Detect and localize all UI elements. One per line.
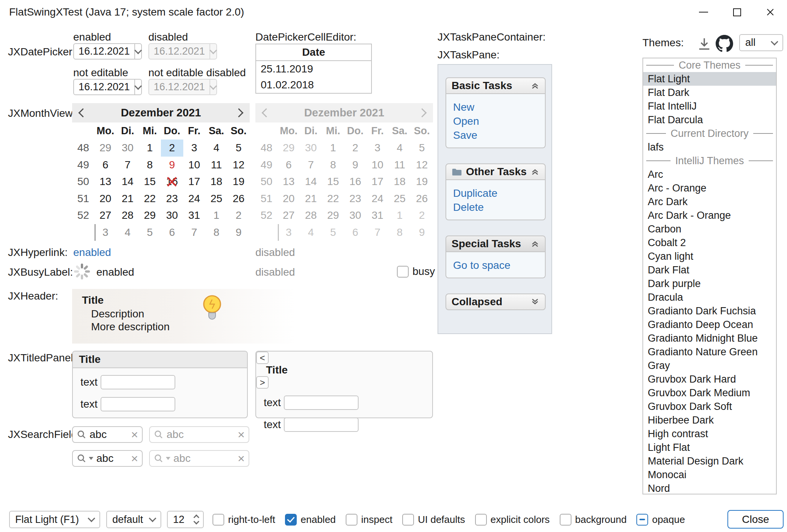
calendar-day[interactable]: 3 (94, 224, 117, 241)
titledpanel-text-input[interactable] (101, 375, 175, 389)
taskpane-link[interactable]: Save (453, 128, 538, 142)
calendar-day[interactable]: 18 (389, 173, 411, 190)
close-window-button[interactable] (754, 0, 787, 24)
calendar-day[interactable]: 4 (300, 224, 322, 241)
theme-item[interactable]: Gruvbox Dark Soft (643, 400, 776, 413)
clear-icon[interactable]: × (131, 428, 138, 441)
calendar-day[interactable]: 11 (205, 157, 228, 174)
calendar-day[interactable]: 3 (367, 140, 389, 157)
spinner-value[interactable]: 12 (173, 514, 189, 526)
calendar-day[interactable]: 8 (205, 224, 228, 241)
calendar-day[interactable]: 20 (278, 190, 300, 207)
double-chevron-up-icon[interactable] (530, 82, 540, 89)
calendar-day[interactable]: 5 (411, 140, 433, 157)
theme-item[interactable]: Gruvbox Dark Hard (643, 372, 776, 386)
calendar-day[interactable]: 26 (228, 190, 250, 207)
calendar-day[interactable]: 28 (116, 207, 139, 224)
calendar-day[interactable]: 24 (367, 190, 389, 207)
theme-item[interactable]: Gray (643, 359, 776, 372)
calendar-day[interactable]: 17 (367, 173, 389, 190)
calendar-day[interactable]: 16 (344, 173, 367, 190)
calendar-day[interactable]: 31 (367, 207, 389, 224)
taskpane-link[interactable]: New (453, 100, 538, 114)
calendar-day[interactable]: 29 (322, 207, 345, 224)
search-input[interactable]: abc (90, 428, 128, 441)
theme-item[interactable]: Gradianto Dark Fuchsia (643, 304, 776, 318)
theme-item[interactable]: lafs (643, 140, 776, 154)
table-row[interactable]: 01.02.2018 (256, 77, 371, 93)
calendar-day[interactable]: 27 (278, 207, 300, 224)
calendar-day[interactable]: 1 (139, 140, 161, 157)
calendar-day[interactable]: 25 (389, 190, 411, 207)
hyperlink-enabled[interactable]: enabled (73, 246, 111, 259)
theme-item[interactable]: Gradianto Deep Ocean (643, 318, 776, 331)
table-row[interactable]: 25.11.2019 (256, 61, 371, 77)
titledpanel-right-button[interactable]: > (256, 376, 269, 389)
themes-filter-combo[interactable]: all (739, 34, 783, 51)
calendar-day[interactable]: 3 (183, 140, 206, 157)
calendar-day[interactable]: 8 (322, 157, 345, 174)
calendar-day[interactable]: 30 (344, 207, 367, 224)
search-menu-arrow-icon[interactable] (89, 457, 93, 460)
checkbox-right-to-left[interactable]: right-to-left (212, 514, 275, 526)
theme-item[interactable]: Arc (643, 168, 776, 181)
theme-item[interactable]: Gruvbox Dark Medium (643, 386, 776, 400)
calendar-day[interactable]: 3 (278, 224, 300, 241)
titledpanel-text-input[interactable] (284, 417, 359, 432)
theme-item[interactable]: Light Flat (643, 441, 776, 454)
calendar-day[interactable]: 9 (344, 157, 367, 174)
calendar-day[interactable]: 2 (161, 140, 183, 157)
theme-item[interactable]: Dark purple (643, 277, 776, 290)
calendar-day[interactable]: 6 (161, 224, 183, 241)
github-icon[interactable] (716, 35, 733, 52)
calendar-day[interactable]: 2 (411, 207, 433, 224)
calendar-day[interactable]: 25 (205, 190, 228, 207)
calendar-day[interactable]: 7 (116, 157, 139, 174)
calendar-day[interactable]: 6 (344, 224, 367, 241)
checkbox-inspect[interactable]: inspect (346, 514, 392, 526)
calendar-day[interactable]: 15 (322, 173, 345, 190)
calendar-day[interactable]: 10 (183, 157, 206, 174)
calendar-day[interactable]: 13 (94, 173, 117, 190)
calendar-day[interactable]: 30 (300, 140, 322, 157)
datepicker-enabled[interactable]: 16.12.2021 (73, 43, 142, 60)
checkbox-opaque[interactable]: opaque (636, 514, 685, 526)
theme-item[interactable]: Hiberbee Dark (643, 413, 776, 427)
theme-item[interactable]: Gradianto Nature Green (643, 345, 776, 359)
calendar-day[interactable]: 16 (161, 173, 183, 190)
taskpane-link[interactable]: Delete (453, 200, 538, 214)
calendar-day[interactable]: 30 (161, 207, 183, 224)
calendar-day[interactable]: 26 (411, 190, 433, 207)
calendar-day[interactable]: 28 (300, 207, 322, 224)
datepicker-dropdown-button[interactable] (134, 80, 141, 94)
theme-item[interactable]: Flat Light (643, 72, 776, 86)
theme-item[interactable]: Dark Flat (643, 263, 776, 277)
calendar-day[interactable]: 15 (139, 173, 161, 190)
clear-icon[interactable]: × (131, 452, 138, 465)
calendar-day[interactable]: 29 (139, 207, 161, 224)
calendar-day[interactable]: 21 (300, 190, 322, 207)
taskpane-header[interactable]: Special Tasks (445, 235, 546, 252)
calendar-day[interactable]: 29 (278, 140, 300, 157)
searchfield-enabled[interactable]: abc × (72, 426, 143, 443)
calendar-day[interactable]: 2 (344, 140, 367, 157)
calendar-day[interactable]: 8 (389, 224, 411, 241)
theme-item[interactable]: Arc Dark (643, 195, 776, 209)
calendar-day[interactable]: 1 (389, 207, 411, 224)
calendar-day[interactable]: 22 (322, 190, 345, 207)
calendar-day[interactable]: 24 (183, 190, 206, 207)
calendar-day[interactable]: 5 (322, 224, 345, 241)
font-family-combo[interactable]: default (106, 511, 161, 528)
calendar-day[interactable]: 5 (139, 224, 161, 241)
calendar-day[interactable]: 21 (116, 190, 139, 207)
theme-item[interactable]: Cobalt 2 (643, 236, 776, 250)
double-chevron-down-icon[interactable] (530, 298, 540, 306)
theme-item[interactable]: Gradianto Midnight Blue (643, 331, 776, 345)
minimize-button[interactable] (687, 0, 720, 24)
calendar-day[interactable]: 23 (161, 190, 183, 207)
titledpanel-left-button[interactable]: < (256, 352, 269, 364)
close-button[interactable]: Close (727, 510, 784, 529)
calendar-day[interactable]: 4 (116, 224, 139, 241)
calendar-day[interactable]: 27 (94, 207, 117, 224)
taskpane-header[interactable]: Basic Tasks (445, 77, 546, 94)
